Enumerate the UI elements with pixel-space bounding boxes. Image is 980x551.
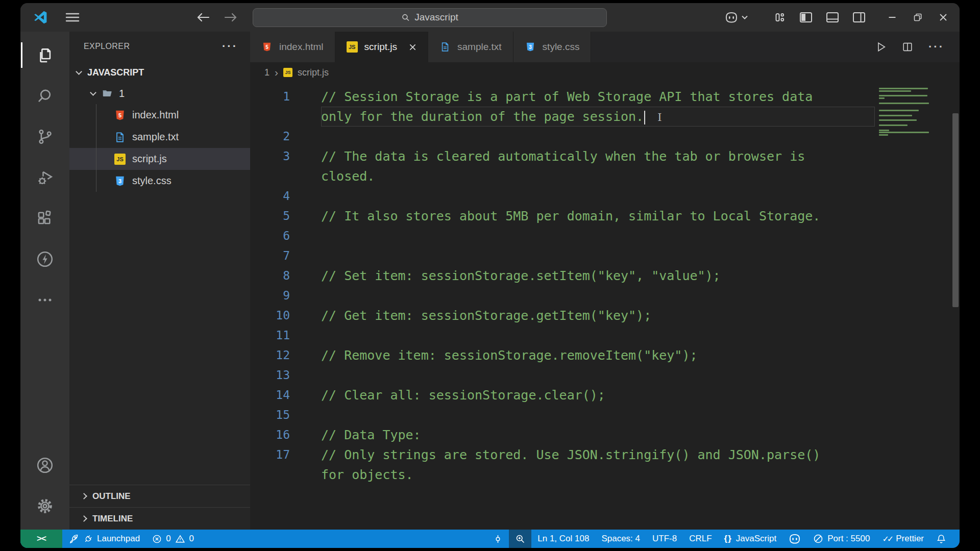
code-line[interactable]: 7 xyxy=(250,246,875,266)
copilot-menu[interactable] xyxy=(725,12,748,23)
line-number[interactable]: 4 xyxy=(250,186,321,206)
hamburger-menu-icon[interactable] xyxy=(65,12,80,23)
line-number[interactable]: 14 xyxy=(250,385,321,405)
line-number[interactable]: 9 xyxy=(250,286,321,306)
zoom-indicator-item[interactable] xyxy=(509,530,531,548)
run-debug-icon[interactable] xyxy=(20,157,69,198)
line-number[interactable]: 17 xyxy=(250,445,321,465)
breadcrumb-file[interactable]: script.js xyxy=(298,67,329,78)
code-line[interactable]: 10// Get item: sessionStorage.getItem("k… xyxy=(250,306,875,325)
customize-layout-icon[interactable] xyxy=(774,11,786,23)
eol-item[interactable]: CRLF xyxy=(683,530,718,548)
code-text[interactable] xyxy=(321,127,875,146)
toggle-secondary-sidebar-icon[interactable] xyxy=(852,11,866,23)
code-line[interactable]: 12// Remove item: sessionStorage.removeI… xyxy=(250,345,875,365)
code-text[interactable]: // Session Storage is a part of Web Stor… xyxy=(321,87,875,107)
line-number[interactable]: 8 xyxy=(250,266,321,286)
line-number[interactable]: 10 xyxy=(250,306,321,325)
screencast-item[interactable] xyxy=(487,530,509,548)
code-text[interactable]: for objects. xyxy=(321,465,875,485)
prettier-item[interactable]: ✓✓ Prettier xyxy=(876,530,930,548)
minimize-button[interactable] xyxy=(888,13,896,21)
split-editor-icon[interactable] xyxy=(902,41,913,53)
code-line[interactable]: 2 xyxy=(250,127,875,146)
copilot-status-item[interactable] xyxy=(782,530,807,548)
line-number[interactable]: 2 xyxy=(250,127,321,146)
tab-style-css[interactable]: 3 style.css xyxy=(513,32,592,62)
code-text[interactable] xyxy=(321,226,875,246)
file-item-index-html[interactable]: 5 index.html xyxy=(69,104,250,126)
toggle-primary-sidebar-icon[interactable] xyxy=(799,11,813,23)
editor-more-actions-icon[interactable]: ··· xyxy=(928,40,944,54)
run-file-icon[interactable] xyxy=(875,41,887,53)
minimap[interactable] xyxy=(875,83,951,530)
tab-index-html[interactable]: 5 index.html xyxy=(250,32,335,62)
extensions-icon[interactable] xyxy=(20,198,69,239)
file-item-script-js[interactable]: JS script.js xyxy=(69,148,250,170)
code-line[interactable]: 9 xyxy=(250,286,875,306)
source-control-icon[interactable] xyxy=(20,116,69,157)
code-text[interactable]: only for the duration of the page sessio… xyxy=(321,107,875,127)
back-arrow-icon[interactable] xyxy=(197,12,210,23)
scrollbar-thumb[interactable] xyxy=(952,113,959,307)
line-number[interactable]: 3 xyxy=(250,146,321,166)
code-text[interactable] xyxy=(321,325,875,345)
line-number[interactable]: 11 xyxy=(250,325,321,345)
code-line[interactable]: 4 xyxy=(250,186,875,206)
encoding-item[interactable]: UTF-8 xyxy=(646,530,683,548)
file-item-style-css[interactable]: 3 style.css xyxy=(69,170,250,192)
line-number[interactable]: 1 xyxy=(250,87,321,107)
code-text[interactable]: // Only strings are stored. Use JSON.str… xyxy=(321,445,875,465)
notifications-item[interactable] xyxy=(930,530,952,548)
code-line[interactable]: 17// Only strings are stored. Use JSON.s… xyxy=(250,445,875,465)
close-button[interactable] xyxy=(939,13,947,21)
indentation-item[interactable]: Spaces: 4 xyxy=(595,530,646,548)
code-lines[interactable]: 1// Session Storage is a part of Web Sto… xyxy=(250,83,875,530)
code-text[interactable] xyxy=(321,286,875,306)
command-center-search[interactable]: Javascript xyxy=(253,8,607,27)
code-line[interactable]: 13 xyxy=(250,365,875,385)
language-mode-item[interactable]: {} JavaScript xyxy=(718,530,783,548)
code-text[interactable] xyxy=(321,405,875,425)
breadcrumb[interactable]: 1 › JS script.js xyxy=(250,62,960,83)
outline-section[interactable]: OUTLINE xyxy=(69,485,250,507)
line-number[interactable] xyxy=(250,107,321,127)
code-line[interactable]: 5// It also stores about 5MB per domain,… xyxy=(250,206,875,226)
problems-item[interactable]: 0 0 xyxy=(146,530,200,548)
code-line[interactable]: closed. xyxy=(250,166,875,186)
code-text[interactable]: // Get item: sessionStorage.getItem("key… xyxy=(321,306,875,325)
code-text[interactable]: // Data Type: xyxy=(321,425,875,445)
code-text[interactable] xyxy=(321,365,875,385)
toggle-panel-icon[interactable] xyxy=(826,11,839,23)
line-number[interactable]: 5 xyxy=(250,206,321,226)
search-sidebar-icon[interactable] xyxy=(20,76,69,116)
file-item-sample-txt[interactable]: sample.txt xyxy=(69,126,250,148)
more-views-icon[interactable] xyxy=(20,280,69,320)
code-text[interactable]: // The data is cleared automatically whe… xyxy=(321,146,875,166)
code-text[interactable] xyxy=(321,186,875,206)
line-number[interactable]: 13 xyxy=(250,365,321,385)
code-line[interactable]: 16// Data Type: xyxy=(250,425,875,445)
tab-script-js[interactable]: JS script.js xyxy=(335,32,428,62)
restore-button[interactable] xyxy=(914,13,922,21)
code-text[interactable]: // Clear all: sessionStorage.clear(); xyxy=(321,385,875,405)
close-tab-icon[interactable] xyxy=(409,43,416,51)
settings-gear-icon[interactable] xyxy=(20,486,69,527)
code-editor[interactable]: 1// Session Storage is a part of Web Sto… xyxy=(250,83,960,530)
folder-item[interactable]: 1 xyxy=(69,83,250,104)
explorer-more-actions-icon[interactable]: ··· xyxy=(222,40,238,53)
code-line[interactable]: 6 xyxy=(250,226,875,246)
forward-arrow-icon[interactable] xyxy=(224,12,237,23)
line-number[interactable] xyxy=(250,465,321,485)
thunder-client-icon[interactable] xyxy=(20,239,69,280)
vertical-scrollbar[interactable] xyxy=(951,83,960,530)
code-line[interactable]: for objects. xyxy=(250,465,875,485)
code-line[interactable]: 3// The data is cleared automatically wh… xyxy=(250,146,875,166)
line-number[interactable]: 7 xyxy=(250,246,321,266)
code-line[interactable]: 14// Clear all: sessionStorage.clear(); xyxy=(250,385,875,405)
code-text[interactable]: // It also stores about 5MB per domain, … xyxy=(321,206,875,226)
code-line[interactable]: 8// Set item: sessionStorage.setItem("ke… xyxy=(250,266,875,286)
line-number[interactable]: 6 xyxy=(250,226,321,246)
cursor-position-item[interactable]: Ln 1, Col 108 xyxy=(531,530,595,548)
remote-indicator[interactable]: >< xyxy=(20,530,62,548)
